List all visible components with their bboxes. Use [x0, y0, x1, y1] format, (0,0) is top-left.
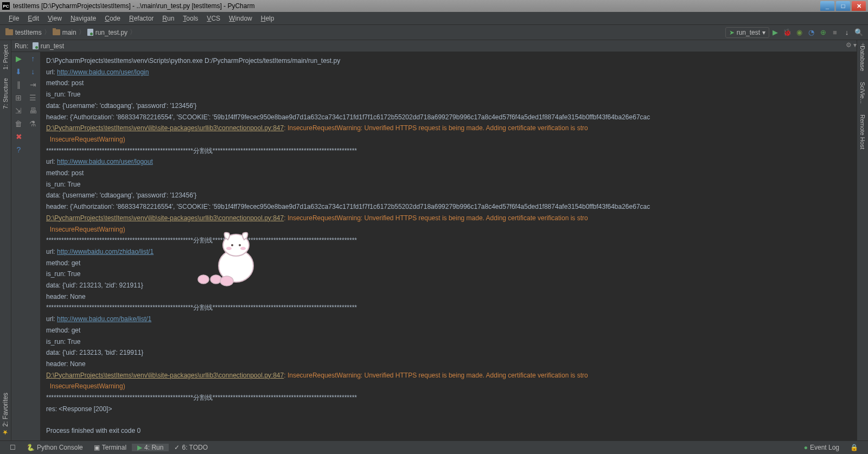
- coverage-button[interactable]: ◉: [794, 28, 804, 37]
- minimize-button[interactable]: _: [820, 1, 834, 11]
- separator-text: ****************************************…: [46, 236, 357, 244]
- separator-text: ****************************************…: [46, 394, 357, 401]
- dropdown-triangle-icon: ▾: [762, 29, 765, 36]
- tab-sciview[interactable]: SciVie...: [858, 76, 867, 109]
- run-config-name: run_test: [737, 29, 760, 36]
- python-file-icon: [87, 29, 93, 36]
- run-console-output[interactable]: D:\PycharmProjects\testItems\venv\Script…: [41, 52, 857, 440]
- output-text: is_run: True: [46, 91, 80, 98]
- url-link[interactable]: http://www.baidu.com/user/login: [57, 68, 149, 76]
- stop-button[interactable]: ■: [830, 28, 840, 37]
- url-link[interactable]: http://wwwbaidu.com/zhidao/list/1: [57, 248, 154, 255]
- right-tool-rail: Database SciVie... Remote Host: [857, 40, 868, 440]
- warning-path-link[interactable]: D:\PycharmProjects\testItems\venv\lib\si…: [46, 124, 284, 132]
- menu-vcs[interactable]: VCS: [202, 14, 225, 23]
- status-lock-icon[interactable]: 🔒: [845, 444, 864, 451]
- run-tab[interactable]: ▶4: Run: [132, 444, 169, 451]
- menu-help[interactable]: Help: [257, 14, 279, 23]
- output-text: data: {'username': 'cdtaogang', 'passwor…: [46, 191, 196, 199]
- warning-text: InsecureRequestWarning): [46, 226, 125, 233]
- maximize-button[interactable]: □: [836, 1, 850, 11]
- search-everywhere-button[interactable]: 🔍: [854, 28, 864, 37]
- tool-btn-left[interactable]: ☐: [4, 444, 21, 451]
- cmd-line: D:\PycharmProjects\testItems\venv\Script…: [46, 57, 340, 65]
- menu-run[interactable]: Run: [158, 14, 178, 23]
- python-console-tab[interactable]: 🐍Python Console: [21, 444, 88, 451]
- url-link[interactable]: http://www.baidu.com/baike/list/1: [57, 315, 151, 323]
- stop-button[interactable]: ‖: [11, 78, 26, 91]
- debug-button[interactable]: 🐞: [782, 28, 792, 37]
- tab-remote-host[interactable]: Remote Host: [858, 109, 867, 155]
- navigation-bar: testItems 〉 main 〉 run_test.py 〉 ➤ run_t…: [0, 25, 868, 40]
- output-text: data: {'username': 'cdtaogang', 'passwor…: [46, 102, 196, 110]
- output-text: header: {'Authorization': '8683347822165…: [46, 113, 650, 121]
- profile-button[interactable]: ◔: [806, 28, 816, 37]
- up-trace-button[interactable]: ↑: [26, 52, 41, 65]
- breadcrumb-file[interactable]: run_test.py: [85, 29, 130, 36]
- chevron-right-icon: 〉: [44, 28, 50, 37]
- output-text: method: get: [46, 259, 80, 267]
- settings-icon[interactable]: ⚙ ▾: [846, 41, 857, 49]
- folder-icon: [53, 29, 60, 35]
- warning-path-link[interactable]: D:\PycharmProjects\testItems\venv\lib\si…: [46, 372, 284, 379]
- layout-button[interactable]: ⊞: [11, 91, 26, 104]
- tab-structure[interactable]: 7: Structure: [1, 74, 10, 113]
- menu-refactor[interactable]: Refactor: [125, 14, 158, 23]
- menu-window[interactable]: Window: [225, 14, 257, 23]
- menu-tools[interactable]: Tools: [178, 14, 202, 23]
- warning-text: : InsecureRequestWarning: Unverified HTT…: [284, 214, 588, 222]
- run-icon: ▶: [137, 444, 142, 451]
- run-header-label: Run:: [15, 42, 28, 50]
- menu-navigate[interactable]: Navigate: [66, 14, 100, 23]
- concurrency-button[interactable]: ⊕: [818, 28, 828, 37]
- exit-code-text: Process finished with exit code 0: [46, 427, 141, 434]
- down-button[interactable]: ⬇: [11, 65, 26, 78]
- event-icon: ●: [804, 444, 808, 451]
- tab-project[interactable]: 1: Project: [1, 40, 10, 74]
- run-toolwindow-header: Run: run_test: [11, 40, 857, 52]
- rerun-button[interactable]: ▶: [11, 52, 26, 65]
- run-config-selector[interactable]: ➤ run_test ▾: [725, 27, 769, 38]
- scroll-end-button[interactable]: ☰: [26, 91, 41, 104]
- menu-code[interactable]: Code: [100, 14, 125, 23]
- breadcrumb-folder[interactable]: main: [50, 29, 79, 36]
- crumb-label: run_test.py: [95, 29, 127, 36]
- update-button[interactable]: ↓: [842, 28, 852, 37]
- terminal-tab[interactable]: ▣Terminal: [88, 444, 132, 451]
- tab-favorites[interactable]: ★ 2: Favorites: [1, 388, 10, 440]
- todo-icon: ✓: [174, 444, 180, 451]
- close-button[interactable]: ✕: [852, 1, 866, 11]
- warning-text: : InsecureRequestWarning: Unverified HTT…: [284, 124, 588, 132]
- output-text: method: post: [46, 79, 84, 87]
- minimize-tool-icon[interactable]: ±: [861, 41, 865, 49]
- warning-path-link[interactable]: D:\PycharmProjects\testItems\venv\lib\si…: [46, 214, 284, 222]
- crumb-label: testItems: [15, 29, 42, 36]
- filter-button[interactable]: ⚗: [26, 117, 41, 130]
- soft-wrap-button[interactable]: ⇥: [26, 78, 41, 91]
- output-text: url:: [46, 315, 57, 323]
- menu-file[interactable]: File: [4, 14, 23, 23]
- folder-icon: [5, 29, 13, 35]
- close-tab-button[interactable]: ✖: [11, 130, 26, 143]
- menu-view[interactable]: View: [43, 14, 66, 23]
- event-log-tab[interactable]: ●Event Log: [799, 444, 845, 451]
- output-text: is_run: True: [46, 338, 80, 346]
- down-trace-button[interactable]: ↓: [26, 65, 41, 78]
- menu-edit[interactable]: Edit: [23, 14, 43, 23]
- terminal-icon: ▣: [94, 444, 100, 451]
- help-button[interactable]: ?: [11, 143, 26, 156]
- chevron-right-icon: 〉: [79, 28, 85, 37]
- warning-text: InsecureRequestWarning): [46, 136, 125, 143]
- clear-button[interactable]: 🗑: [11, 117, 26, 130]
- print-button[interactable]: 🖶: [26, 104, 41, 117]
- output-text: header: {'Authorization': '8683347822165…: [46, 203, 650, 210]
- pin-button[interactable]: ⇲: [11, 104, 26, 117]
- todo-tab[interactable]: ✓6: TODO: [169, 444, 213, 451]
- output-text: data: {'uid': 213213, 'bid': 219911}: [46, 349, 143, 356]
- url-link[interactable]: http://www.baidu.com/user/logout: [57, 158, 153, 165]
- breadcrumb-root[interactable]: testItems: [3, 29, 44, 36]
- run-button[interactable]: ▶: [770, 28, 780, 37]
- run-arrow-icon: ➤: [729, 29, 735, 36]
- python-file-icon: [33, 42, 39, 49]
- separator-text: ****************************************…: [46, 147, 357, 155]
